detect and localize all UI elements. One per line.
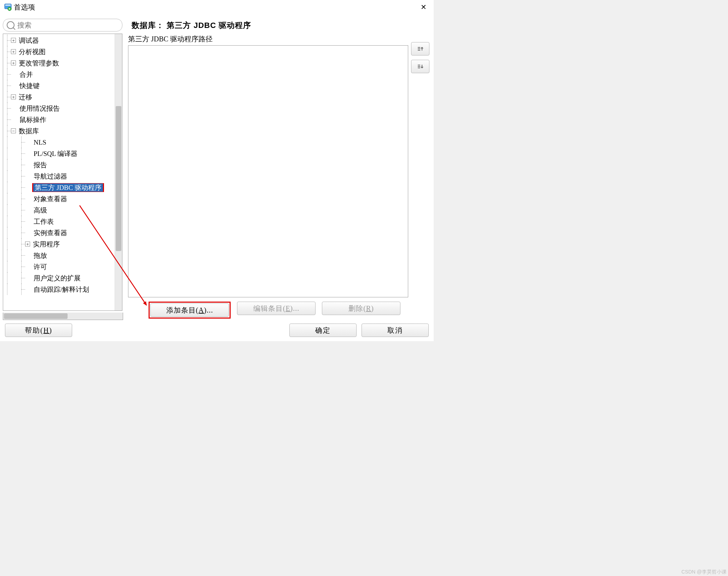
tree-item-label: 鼠标操作: [18, 116, 48, 123]
move-up-button[interactable]: [411, 42, 429, 56]
tree-item[interactable]: PL/SQL 编译器: [4, 148, 115, 159]
tree-item-label: 第三方 JDBC 驱动程序: [33, 184, 103, 192]
tree-item-label: 导航过滤器: [32, 173, 69, 180]
tree-item[interactable]: −数据库: [4, 125, 115, 136]
tree-item-label: 工作表: [32, 218, 55, 225]
close-button[interactable]: ✕: [418, 2, 429, 12]
tree-item-label: 更改管理参数: [17, 59, 60, 67]
tree-item-label: 合并: [18, 71, 34, 78]
right-pane: 数据库： 第三方 JDBC 驱动程序 第三方 JDBC 驱动程序路径: [126, 19, 431, 320]
dialog-buttons: 帮助(H) 确定 取消: [0, 320, 434, 341]
tree-item[interactable]: 工作表: [4, 216, 115, 227]
app-icon: [4, 4, 12, 11]
search-box[interactable]: [3, 19, 122, 31]
tree-item-label: 迁移: [17, 93, 34, 101]
category-tree-wrap: +调试器+分析视图+更改管理参数合并快捷键+迁移使用情况报告鼠标操作−数据库NL…: [3, 34, 122, 311]
driver-path-label: 第三方 JDBC 驱动程序路径: [128, 34, 408, 44]
ok-button[interactable]: 确定: [289, 324, 357, 337]
svg-rect-1: [5, 5, 11, 6]
move-down-button[interactable]: [411, 60, 429, 73]
tree-item-label: PL/SQL 编译器: [32, 150, 79, 157]
driver-path-list[interactable]: [128, 45, 408, 297]
tree-item[interactable]: 拖放: [4, 250, 115, 261]
tree-item-label: 调试器: [17, 37, 40, 44]
search-icon: [7, 21, 15, 29]
window-title: 首选项: [14, 2, 35, 12]
expand-icon[interactable]: +: [11, 94, 16, 99]
help-button[interactable]: 帮助(H): [5, 324, 72, 337]
tree-item[interactable]: 合并: [4, 69, 115, 80]
tree-item[interactable]: +更改管理参数: [4, 57, 115, 69]
watermark: CSDN @李昊哲小课: [681, 569, 727, 575]
tree-item[interactable]: 自动跟踪/解释计划: [4, 284, 115, 295]
tree-item[interactable]: 实例查看器: [4, 227, 115, 238]
tree-item-label: 报告: [32, 161, 48, 169]
tree-item[interactable]: 快捷键: [4, 80, 115, 91]
tree-item[interactable]: 导航过滤器: [4, 170, 115, 182]
tree-item-label: 实用程序: [31, 240, 61, 248]
tree-item[interactable]: NLS: [4, 136, 115, 148]
tree-item[interactable]: 鼠标操作: [4, 114, 115, 125]
content-area: +调试器+分析视图+更改管理参数合并快捷键+迁移使用情况报告鼠标操作−数据库NL…: [0, 14, 434, 320]
selected-item-highlight: 第三方 JDBC 驱动程序: [32, 183, 104, 192]
tree-item-label: NLS: [32, 139, 48, 146]
tree-item[interactable]: 使用情况报告: [4, 103, 115, 114]
tree-item[interactable]: 用户定义的扩展: [4, 272, 115, 284]
tree-item[interactable]: 高级: [4, 204, 115, 216]
entry-buttons: 添加条目(A)... 编辑条目(E)... 删除(R): [128, 297, 429, 320]
tree-item-label: 拖放: [32, 252, 48, 259]
expand-icon[interactable]: +: [11, 60, 16, 65]
delete-entry-button: 删除(R): [322, 302, 400, 315]
category-tree[interactable]: +调试器+分析视图+更改管理参数合并快捷键+迁移使用情况报告鼠标操作−数据库NL…: [3, 34, 115, 310]
tree-item[interactable]: 第三方 JDBC 驱动程序: [4, 182, 115, 193]
tree-item-label: 分析视图: [17, 48, 47, 56]
page-title: 数据库： 第三方 JDBC 驱动程序: [128, 19, 429, 34]
tree-item-label: 数据库: [17, 127, 40, 135]
add-entry-button[interactable]: 添加条目(A)...: [150, 303, 229, 317]
preferences-window: 首选项 ✕ +调试器+分析视图+更改管理参数合并快捷键+迁移使用情况报告鼠标操作…: [0, 0, 434, 341]
tree-item-label: 使用情况报告: [18, 105, 61, 112]
tree-item-label: 实例查看器: [32, 229, 69, 237]
search-input[interactable]: [17, 21, 119, 30]
tree-item[interactable]: +迁移: [4, 91, 115, 103]
expand-icon[interactable]: +: [11, 49, 16, 54]
tree-scrollbar-horizontal[interactable]: [3, 313, 123, 320]
tree-item[interactable]: +调试器: [4, 35, 115, 46]
tree-item-label: 用户定义的扩展: [32, 274, 82, 282]
expand-icon[interactable]: +: [11, 38, 16, 43]
collapse-icon[interactable]: −: [11, 128, 16, 133]
tree-item[interactable]: 对象查看器: [4, 193, 115, 204]
tree-item-label: 自动跟踪/解释计划: [32, 286, 91, 293]
add-entry-highlight: 添加条目(A)...: [149, 302, 231, 319]
move-up-icon: [417, 45, 424, 52]
expand-icon[interactable]: +: [25, 242, 30, 246]
move-down-icon: [417, 63, 424, 70]
tree-item[interactable]: +分析视图: [4, 46, 115, 57]
tree-item-label: 快捷键: [18, 82, 41, 89]
tree-item[interactable]: +实用程序: [4, 238, 115, 250]
tree-item[interactable]: 许可: [4, 261, 115, 272]
tree-item[interactable]: 报告: [4, 159, 115, 170]
tree-item-label: 许可: [32, 263, 48, 270]
edit-entry-button: 编辑条目(E)...: [237, 302, 316, 315]
cancel-button[interactable]: 取消: [362, 324, 429, 337]
left-pane: +调试器+分析视图+更改管理参数合并快捷键+迁移使用情况报告鼠标操作−数据库NL…: [3, 19, 122, 320]
tree-item-label: 高级: [32, 206, 48, 214]
titlebar: 首选项 ✕: [0, 0, 434, 14]
tree-scrollbar-vertical[interactable]: [115, 34, 122, 310]
tree-item-label: 对象查看器: [32, 195, 69, 203]
